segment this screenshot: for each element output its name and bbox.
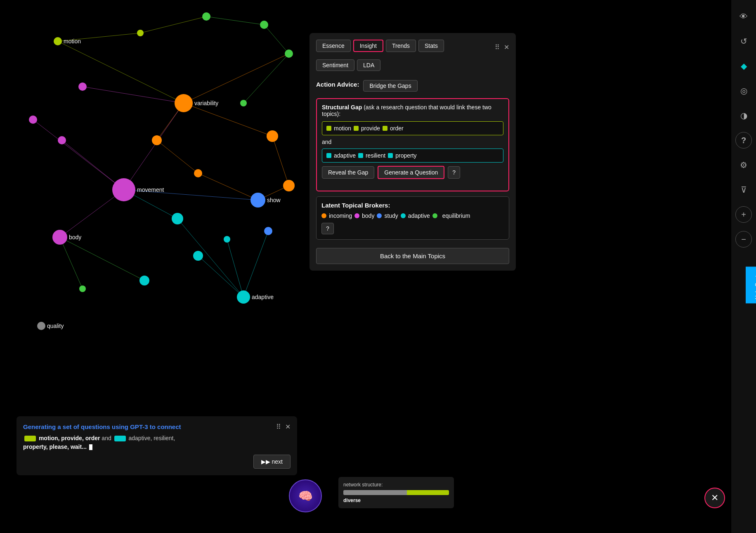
svg-text:movement: movement <box>137 186 164 193</box>
svg-point-34 <box>202 12 210 21</box>
svg-text:motion: motion <box>64 38 81 45</box>
brokers-question-btn[interactable]: ? <box>321 223 334 234</box>
broker-dot-equilibrium <box>432 213 437 218</box>
svg-point-43 <box>152 135 162 145</box>
net-struct-diverse: diverse <box>343 498 449 503</box>
svg-point-40 <box>78 83 87 91</box>
net-struct-label: network structure: <box>343 482 449 488</box>
svg-line-14 <box>33 120 124 190</box>
broker-dot-adaptive <box>401 213 406 218</box>
svg-line-8 <box>124 103 184 190</box>
generate-question-btn[interactable]: Generate a Question <box>378 166 444 179</box>
tab-insight[interactable]: Insight <box>353 40 383 52</box>
action-advice-label: Action Advice: <box>316 81 359 88</box>
tab-lda[interactable]: LDA <box>357 59 380 71</box>
svg-point-35 <box>260 21 268 29</box>
and-text: and <box>322 139 503 145</box>
cursor-blink <box>89 444 92 450</box>
svg-text:adaptive: adaptive <box>252 294 274 300</box>
svg-line-19 <box>243 231 268 297</box>
reveal-gap-btn[interactable]: Reveal the Gap <box>322 166 374 179</box>
notif-drag-icon[interactable]: ⠿ <box>276 423 281 431</box>
svg-point-46 <box>193 251 203 261</box>
topic2-dot-adaptive <box>326 153 331 158</box>
svg-line-17 <box>177 219 243 297</box>
panel-icons: ⠿ ✕ <box>495 43 509 51</box>
structural-gap-title: Structural Gap (ask a research question … <box>322 104 503 117</box>
question-sidebar-icon[interactable]: ? <box>735 132 752 149</box>
net-struct-bar <box>343 490 449 495</box>
right-panel: Essence Insight Trends Stats ⠿ ✕ Sentime… <box>309 33 516 271</box>
tab-sentiment[interactable]: Sentiment <box>316 59 354 71</box>
notif-icons: ⠿ ✕ <box>276 423 291 431</box>
svg-text:variability: variability <box>194 100 218 106</box>
tab-stats[interactable]: Stats <box>418 40 444 52</box>
svg-line-13 <box>83 87 184 103</box>
structural-gap-box: Structural Gap (ask a research question … <box>316 98 509 191</box>
svg-point-44 <box>194 169 202 177</box>
svg-line-18 <box>198 256 243 297</box>
svg-point-39 <box>240 100 247 106</box>
net-struct-bar-gray <box>343 490 407 495</box>
plus-sidebar-icon[interactable]: + <box>735 206 752 223</box>
help-center-btn[interactable]: Help Center <box>746 266 756 303</box>
topic1-dot-order <box>383 126 387 131</box>
notif-header: Generating a set of questions using GPT-… <box>23 423 291 431</box>
topic2-word-resilient: resilient <box>366 152 385 159</box>
svg-line-16 <box>60 237 144 281</box>
broker-dot-study <box>377 213 382 218</box>
drag-icon[interactable]: ⠿ <box>495 43 500 51</box>
latent-brokers-label: Latent Topical Brokers: <box>321 202 504 209</box>
next-btn[interactable]: ▶▶ next <box>253 455 291 469</box>
gear-sidebar-icon[interactable]: ⚙ <box>735 157 752 173</box>
svg-line-3 <box>206 17 264 25</box>
svg-line-24 <box>227 239 243 297</box>
topic1-word-order: order <box>390 125 404 132</box>
topic1-row: motion provide order <box>322 121 503 135</box>
contrast-sidebar-icon[interactable]: ◑ <box>735 107 752 124</box>
broker-dot-body <box>354 213 359 218</box>
close-icon[interactable]: ✕ <box>504 43 509 51</box>
circle-outline-sidebar-icon[interactable]: ◎ <box>735 83 752 99</box>
notif-topic2-dot <box>114 436 126 441</box>
right-sidebar: 👁 ↺ ◆ ◎ ◑ ? ⚙ ⊽ + − Help Center <box>731 0 756 533</box>
filter-sidebar-icon[interactable]: ⊽ <box>735 182 752 198</box>
topic1-dot-provide <box>354 126 359 131</box>
notif-title: Generating a set of questions using GPT-… <box>23 423 181 430</box>
back-to-main-topics-btn[interactable]: Back to the Main Topics <box>316 248 509 264</box>
svg-point-42 <box>58 136 66 144</box>
close-x-icon: ✕ <box>711 493 718 503</box>
topic2-word-property: property <box>395 152 416 159</box>
topic2-row: adaptive resilient property <box>322 149 503 163</box>
broker-word-incoming: incoming <box>329 212 352 219</box>
notif-suffix: property, please, wait... <box>23 443 87 450</box>
svg-line-25 <box>60 237 83 289</box>
topic2-word-adaptive: adaptive <box>334 152 356 159</box>
notif-topic2-words: adaptive, resilient, <box>129 435 175 441</box>
diamond-sidebar-icon[interactable]: ◆ <box>735 58 752 74</box>
tab-essence[interactable]: Essence <box>316 40 351 52</box>
svg-point-36 <box>285 50 293 58</box>
svg-point-30 <box>52 230 67 245</box>
notif-topic1-words: motion, provide, order <box>39 435 100 441</box>
question-mark-btn[interactable]: ? <box>448 166 460 179</box>
broker-word-study: study <box>384 212 398 219</box>
broker-word-equilibrium: equilibrium <box>442 212 470 219</box>
brain-icon: 🧠 <box>298 489 313 503</box>
svg-line-23 <box>243 54 289 103</box>
action-buttons-row: Reveal the Gap Generate a Question ? <box>322 166 503 179</box>
svg-point-45 <box>172 213 183 224</box>
broker-dot-incoming <box>321 213 326 218</box>
close-bottom-right-btn[interactable]: ✕ <box>704 488 725 508</box>
notif-close-icon[interactable]: ✕ <box>285 423 291 431</box>
tab-trends[interactable]: Trends <box>386 40 416 52</box>
brain-icon-area[interactable]: 🧠 <box>289 479 322 512</box>
eye-sidebar-icon[interactable]: 👁 <box>735 8 752 25</box>
minus-sidebar-icon[interactable]: − <box>735 231 752 248</box>
topic2-dot-property <box>388 153 393 158</box>
bottom-notification: Generating a set of questions using GPT-… <box>17 416 297 475</box>
svg-point-41 <box>29 116 37 124</box>
broker-word-body: body <box>362 212 374 219</box>
bridge-gaps-btn[interactable]: Bridge the Gaps <box>363 80 417 92</box>
refresh-sidebar-icon[interactable]: ↺ <box>735 33 752 50</box>
